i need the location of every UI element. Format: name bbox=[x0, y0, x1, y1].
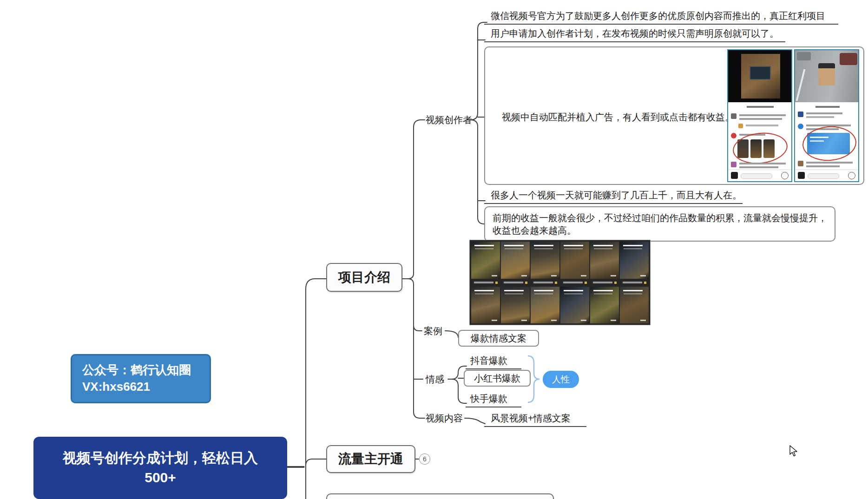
topic-xiaohongshu-hot[interactable]: 小红书爆款 bbox=[464, 370, 531, 387]
promo-contact-box: 公众号：鹤行认知圈 VX:hxs6621 bbox=[71, 354, 211, 403]
node-bottom-partial[interactable] bbox=[326, 493, 554, 499]
video-caption bbox=[471, 280, 500, 286]
video-frame-street bbox=[795, 50, 858, 102]
numbered-badge-6[interactable]: 6 bbox=[419, 453, 430, 465]
topic-scenery-plus-copy[interactable]: 风景视频+情感文案 bbox=[484, 412, 586, 427]
branch-case[interactable]: 案例 bbox=[424, 325, 442, 336]
topic-ad-revenue-text: 视频中自动匹配并植入广告，有人看到或点击都有收益。 bbox=[502, 112, 734, 123]
root-title-line1: 视频号创作分成计划，轻松日入 bbox=[63, 448, 258, 468]
early-income-line1: 前期的收益一般就会很少，不过经过咱们的作品数量的积累，流量就会慢慢提升， bbox=[493, 212, 827, 224]
video-thumb bbox=[620, 287, 649, 323]
red-circle-annotation bbox=[802, 125, 858, 163]
video-frame-dark bbox=[728, 50, 791, 102]
video-thumb bbox=[531, 287, 559, 323]
video-caption bbox=[501, 280, 530, 286]
root-topic-title[interactable]: 视频号创作分成计划，轻松日入 500+ bbox=[33, 437, 287, 499]
topic-kuaishou-hot[interactable]: 快手爆款 bbox=[466, 392, 521, 407]
topic-daily-earning[interactable]: 很多人一个视频一天就可能赚到了几百上千，而且大有人在。 bbox=[484, 189, 743, 204]
video-caption bbox=[531, 280, 559, 286]
node-traffic-master[interactable]: 流量主开通 bbox=[326, 445, 415, 473]
video-thumb bbox=[620, 242, 649, 279]
promo-line2: VX:hxs6621 bbox=[82, 378, 199, 395]
topic-early-income-box[interactable]: 前期的收益一般就会很少，不过经过咱们的作品数量的积累，流量就会慢慢提升， 收益也… bbox=[484, 206, 835, 242]
root-title-line2: 500+ bbox=[145, 468, 176, 487]
video-thumb bbox=[590, 242, 619, 279]
wechat-comments-screenshot-right[interactable] bbox=[794, 49, 859, 182]
comment-input-bar bbox=[795, 170, 858, 181]
branch-emotion[interactable]: 情感 bbox=[426, 374, 444, 385]
video-thumb bbox=[531, 242, 559, 279]
topic-hot-emotional-copy[interactable]: 爆款情感文案 bbox=[458, 330, 539, 347]
topic-official-bonus[interactable]: 微信视频号官方为了鼓励更多人创作更多的优质原创内容而推出的，真正红利项目 bbox=[484, 9, 838, 25]
promo-line1: 公众号：鹤行认知圈 bbox=[82, 361, 199, 378]
early-income-line2: 收益也会越来越高。 bbox=[493, 224, 827, 237]
video-caption bbox=[590, 280, 619, 286]
wechat-comments-screenshot-left[interactable] bbox=[727, 49, 792, 182]
node-project-intro[interactable]: 项目介绍 bbox=[326, 263, 402, 292]
video-thumb bbox=[501, 287, 530, 323]
video-thumb bbox=[560, 287, 589, 323]
mindmap-canvas: 微信视频号官方为了鼓励更多人创作更多的优质原创内容而推出的，真正红利项目 用户申… bbox=[0, 0, 868, 499]
video-thumb bbox=[471, 242, 500, 279]
video-thumb bbox=[590, 287, 619, 323]
topic-douyin-hot[interactable]: 抖音爆款 bbox=[466, 354, 521, 369]
topic-ad-revenue-box[interactable]: 视频中自动匹配并植入广告，有人看到或点击都有收益。 bbox=[484, 46, 864, 185]
video-caption bbox=[560, 280, 589, 286]
callout-human-nature[interactable]: 人性 bbox=[543, 371, 579, 388]
video-thumb bbox=[501, 242, 530, 279]
video-caption bbox=[620, 280, 649, 286]
branch-video-creator[interactable]: 视频创作者 bbox=[426, 114, 472, 125]
video-thumb bbox=[471, 287, 500, 323]
branch-video-content[interactable]: 视频内容 bbox=[426, 413, 463, 424]
mouse-cursor-icon bbox=[789, 445, 799, 457]
video-thumb bbox=[560, 242, 589, 279]
video-thumbnails-grid-image[interactable] bbox=[469, 240, 651, 325]
comment-input-bar bbox=[728, 170, 791, 181]
topic-apply-creator-plan[interactable]: 用户申请加入创作者计划，在发布视频的时候只需声明原创就可以了。 bbox=[484, 27, 785, 42]
